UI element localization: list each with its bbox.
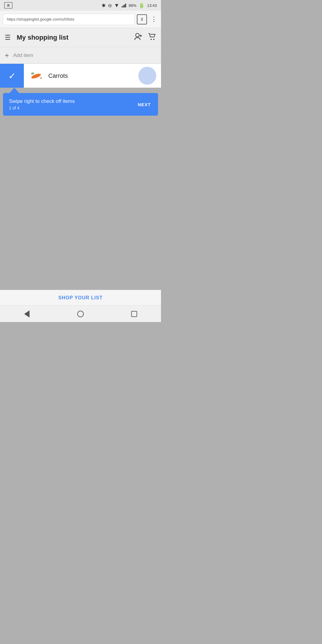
status-left-icons — [4, 0, 13, 11]
home-icon — [77, 311, 84, 317]
url-bar[interactable]: https://shoppinglist.google.com/u/0/list… — [3, 14, 134, 25]
url-text: https://shoppinglist.google.com/u/0/list… — [7, 17, 74, 21]
signal-icon — [122, 3, 126, 7]
list-item-content: Carrots — [24, 64, 161, 88]
list-item-carrots[interactable]: ✓ Carrots — [0, 64, 161, 88]
carrot-icon — [29, 68, 44, 83]
svg-point-3 — [151, 39, 152, 40]
nav-recents-button[interactable] — [128, 308, 140, 320]
shop-your-list-button[interactable]: SHOP YOUR LIST — [58, 295, 103, 301]
nav-back-button[interactable] — [21, 308, 33, 320]
tooltip-next-button[interactable]: NEXT — [137, 100, 152, 109]
header-icons — [134, 33, 156, 42]
tab-counter[interactable]: 2 — [137, 14, 147, 24]
nav-bar — [0, 305, 161, 322]
add-item-label: Add item — [13, 52, 33, 58]
page-title: My shopping list — [17, 34, 134, 41]
tutorial-tooltip: Swipe right to check off items 1 of 4 NE… — [0, 88, 161, 116]
item-color-indicator — [138, 67, 156, 85]
tooltip-arrow — [10, 88, 19, 93]
tooltip-main: Swipe right to check off items — [9, 98, 75, 104]
nav-home-button[interactable] — [75, 308, 86, 320]
svg-point-0 — [136, 33, 139, 37]
back-icon — [24, 310, 30, 318]
hamburger-menu-button[interactable]: ☰ — [5, 34, 11, 41]
check-indicator: ✓ — [0, 64, 24, 88]
app-header: ☰ My shopping list — [0, 28, 161, 47]
tooltip-box: Swipe right to check off items 1 of 4 NE… — [3, 93, 158, 116]
battery-percent: 88% — [129, 3, 136, 8]
photo-icon — [4, 2, 13, 9]
block-icon: ⊖ — [108, 3, 112, 8]
browser-menu-button[interactable]: ⋮ — [149, 16, 158, 23]
add-person-button[interactable] — [134, 33, 143, 42]
wifi-icon: ▼ — [114, 2, 120, 9]
tooltip-text: Swipe right to check off items 1 of 4 — [9, 98, 75, 110]
add-item-row[interactable]: + Add item — [0, 47, 161, 64]
bottom-bar: SHOP YOUR LIST — [0, 290, 161, 305]
item-name-carrots: Carrots — [48, 72, 134, 79]
svg-point-5 — [31, 73, 41, 80]
recents-icon — [131, 311, 137, 317]
plus-icon: + — [5, 51, 9, 60]
status-bar: ✱ ⊖ ▼ 88% 🔋 13:43 — [0, 0, 161, 11]
checkmark-icon: ✓ — [8, 71, 16, 81]
tooltip-sub: 1 of 4 — [9, 106, 75, 110]
cart-button[interactable] — [148, 33, 156, 42]
bluetooth-icon: ✱ — [102, 3, 106, 8]
status-time: 13:43 — [147, 3, 157, 8]
browser-bar: https://shoppinglist.google.com/u/0/list… — [0, 11, 161, 28]
battery-icon: 🔋 — [139, 3, 145, 8]
svg-point-4 — [153, 39, 154, 40]
